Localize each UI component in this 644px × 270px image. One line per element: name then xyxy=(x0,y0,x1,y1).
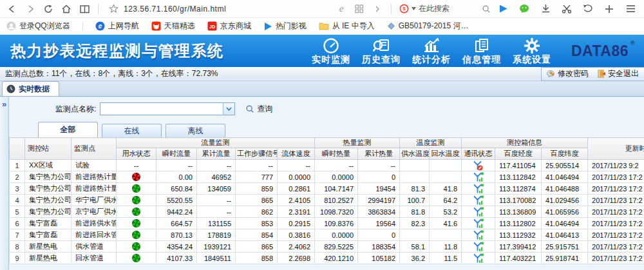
nav-item-gear[interactable]: 系统设置 xyxy=(507,37,557,66)
search-placeholder[interactable]: 在此搜索 xyxy=(419,3,479,14)
table-row[interactable]: 9新星热电回水管道4107.3318495118582.2698420.1210… xyxy=(10,253,644,264)
tab-realtime-data[interactable]: 实时数据 xyxy=(2,81,59,96)
forward-icon[interactable] xyxy=(22,1,39,17)
col-station: 测控站 xyxy=(25,138,71,160)
collapse-strip[interactable]: » xyxy=(0,97,9,270)
expand-chevron-icon[interactable] xyxy=(369,1,386,17)
video-play-icon[interactable] xyxy=(495,1,511,17)
cell-inst_heat: 0.0000 xyxy=(315,229,358,241)
screenshot-scissors-icon[interactable] xyxy=(558,1,575,17)
subtab-全部[interactable]: 全部 xyxy=(38,122,98,137)
bookmark-item[interactable]: 登录QQ浏览器 xyxy=(6,21,70,32)
search-box[interactable]: S 在此搜索 xyxy=(397,2,493,16)
ie-icon[interactable]: e xyxy=(333,1,350,17)
bookmark-label: 京东商城 xyxy=(220,21,251,32)
bookmark-item[interactable]: 从 IE 中导入 xyxy=(319,21,375,32)
cell-velocity: 0.3816 xyxy=(278,229,315,241)
cell-supply_temp: 58.1 xyxy=(400,241,430,253)
subtab-在线[interactable]: 在线 xyxy=(102,124,162,137)
restore-undo-icon[interactable] xyxy=(580,1,596,17)
video-icon xyxy=(263,22,272,31)
cell-velocity: 0.2861 xyxy=(278,183,315,195)
menu-icon[interactable] xyxy=(622,1,639,17)
cell-inst_heat: 810.2527 xyxy=(315,195,358,206)
group-heat: 热量监测 xyxy=(315,138,400,148)
change-password-button[interactable]: 修改密码 xyxy=(547,68,589,79)
table-row[interactable]: 1XX区域试验--------------117.41105425.905514… xyxy=(10,160,644,171)
cell-time: 2017/11/23 17:2 xyxy=(588,229,644,241)
refresh-icon[interactable] xyxy=(40,1,57,17)
cell-no: 7 xyxy=(10,229,25,241)
gauge-icon xyxy=(323,37,339,54)
monitor-point-combobox[interactable] xyxy=(100,102,235,115)
new-tab-plus-icon[interactable] xyxy=(601,1,618,17)
brand-logo: DATA86® xyxy=(571,43,629,60)
table-row[interactable]: 4集宁热力公司华宁电厂供水主管5520.55--8652.4105810.252… xyxy=(10,195,644,206)
cell-signal: 862 xyxy=(236,206,278,218)
favorite-star-icon[interactable] xyxy=(109,4,118,14)
nav-item-gauge[interactable]: 实时监测 xyxy=(306,37,356,66)
bookmark-item[interactable]: 天猫精选 xyxy=(151,21,195,32)
cell-point: 华宁电厂供水主管 xyxy=(71,195,117,206)
cell-lat: 41.046494 xyxy=(542,218,588,229)
cell-time: 2017/11/23 17:2 xyxy=(588,218,644,229)
download-icon[interactable] xyxy=(537,1,554,17)
folder-icon xyxy=(319,22,329,30)
reading-mode-icon[interactable] xyxy=(76,1,93,17)
info-docs-icon xyxy=(473,37,490,54)
url-text[interactable]: 123.56.71.160/gr/Main.html xyxy=(124,5,226,14)
bookmark-item[interactable]: GB50179-2015 河… xyxy=(387,21,469,32)
apps-grid-icon[interactable] xyxy=(351,1,368,17)
back-icon[interactable] xyxy=(4,1,21,17)
monitor-point-input[interactable] xyxy=(100,103,234,115)
cell-return_temp xyxy=(430,229,462,241)
nav-item-chart[interactable]: 统计分析 xyxy=(406,37,457,66)
cell-water xyxy=(117,229,156,241)
table-row[interactable]: 7集宁富磊前进路回水管道870.131788198540.38160.00000… xyxy=(10,229,644,241)
cell-velocity: 2.3191 xyxy=(278,206,315,218)
cell-return_temp: 41.8 xyxy=(430,183,462,195)
search-engine-dropdown-icon[interactable] xyxy=(412,7,416,10)
table-row[interactable]: 8新星热电供水管道4354.2419391218652.4062829.5225… xyxy=(10,241,644,253)
cell-lng: 113.112932 xyxy=(495,229,542,241)
cell-lat: 25.915751 xyxy=(542,241,588,253)
cell-signal: 853 xyxy=(236,218,278,229)
cell-water xyxy=(117,206,156,218)
cell-inst_heat: 109.8376 xyxy=(315,218,358,229)
wechat-icon[interactable] xyxy=(516,1,533,17)
cell-lng: 117.403221 xyxy=(495,253,542,264)
col-supply-temp: 供水温度 xyxy=(400,148,430,160)
cell-signal: 777 xyxy=(236,171,278,183)
logout-button[interactable]: 安全退出 xyxy=(598,68,639,79)
table-row[interactable]: 6集宁富磊前进路供水管道664.571311558530.2915109.837… xyxy=(10,218,644,229)
address-bar[interactable]: 123.56.71.160/gr/Main.html xyxy=(104,4,332,14)
col-water: 用水状态 xyxy=(117,148,156,160)
table-row[interactable]: 5集宁热力公司京宁电厂供水主管9442.24--8622.31911098.73… xyxy=(10,206,644,218)
home-icon[interactable] xyxy=(58,1,75,17)
table-row[interactable]: 3集宁热力公司前进路热计量供水650.841340598590.2861104.… xyxy=(10,183,644,195)
sogou-logo-icon[interactable]: S xyxy=(399,4,409,14)
cell-lng: 117.411054 xyxy=(495,160,542,171)
cell-lat: 41.046488 xyxy=(542,183,588,195)
combo-dropdown-button[interactable] xyxy=(223,103,234,115)
cell-total_flow: 131155 xyxy=(197,218,236,229)
bookmark-item[interactable]: JD京东商城 xyxy=(207,21,251,32)
search-icon[interactable] xyxy=(482,5,491,14)
cell-inst_heat: -- xyxy=(315,160,358,171)
cell-total_flow: 134059 xyxy=(197,183,236,195)
cell-time: 2017/11/23 17:2 xyxy=(588,171,644,183)
collapse-chevrons-icon[interactable]: » xyxy=(2,99,6,109)
query-button[interactable]: 查询 xyxy=(245,104,272,115)
status-bar-buttons: 修改密码 安全退出 xyxy=(541,67,644,81)
cell-signal: 854 xyxy=(236,229,278,241)
bookmark-item[interactable]: 热门影视 xyxy=(263,21,307,32)
cell-point: 前进路热计量供水 xyxy=(71,183,117,195)
table-row[interactable]: 2集宁热力公司前进路热计量回水0.00469527770.00000.00000… xyxy=(10,171,644,183)
bookmarks-bar: 登录QQ浏览器e上网导航天猫精选JD京东商城热门影视从 IE 中导入GB5017… xyxy=(0,18,644,35)
nav-item-info-docs[interactable]: 信息管理 xyxy=(457,37,507,66)
subtab-离线[interactable]: 离线 xyxy=(166,124,225,137)
cell-no: 1 xyxy=(10,160,25,171)
bookmark-item[interactable]: e上网导航 xyxy=(95,21,139,32)
nav-item-history-search[interactable]: 历史查询 xyxy=(356,37,406,66)
col-lat: 百度纬度 xyxy=(542,148,588,160)
